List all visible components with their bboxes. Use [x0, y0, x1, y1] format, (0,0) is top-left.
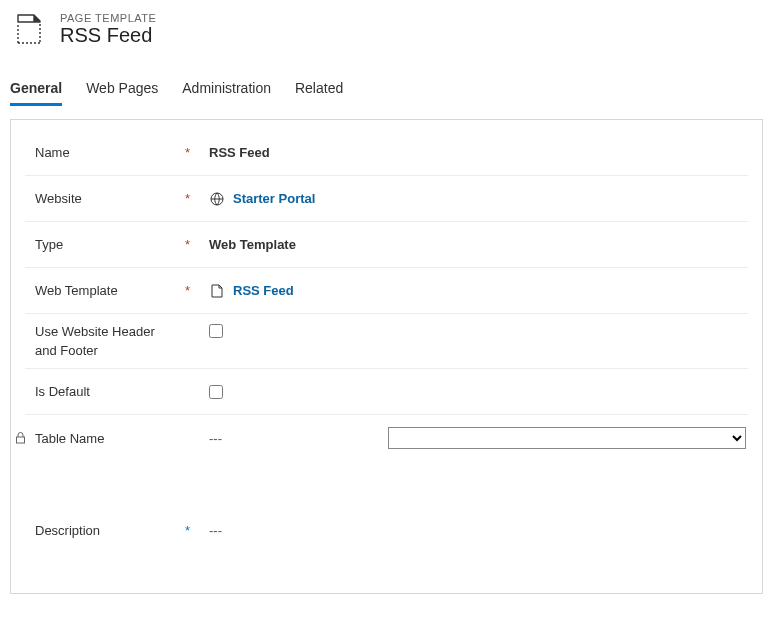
field-use-header-footer: Use Website Header and Footer [25, 314, 748, 369]
page-template-icon [10, 10, 48, 48]
form-panel: Name * RSS Feed Website * Starter Portal… [10, 119, 763, 594]
field-web-template: Web Template * RSS Feed [25, 268, 748, 314]
use-header-footer-checkbox[interactable] [209, 324, 223, 338]
required-indicator: * [185, 237, 209, 252]
name-label: Name [35, 145, 70, 160]
record-header: PAGE TEMPLATE RSS Feed [10, 10, 763, 48]
tab-web-pages[interactable]: Web Pages [86, 76, 158, 104]
svg-rect-4 [17, 437, 25, 443]
required-indicator: * [185, 145, 209, 160]
field-name: Name * RSS Feed [25, 130, 748, 176]
type-value[interactable]: Web Template [209, 237, 296, 252]
field-is-default: Is Default [25, 369, 748, 415]
globe-icon [209, 191, 225, 207]
required-indicator: * [185, 191, 209, 206]
table-name-value: --- [209, 431, 222, 446]
field-type: Type * Web Template [25, 222, 748, 268]
tab-administration[interactable]: Administration [182, 76, 271, 104]
document-icon [209, 283, 225, 299]
required-indicator: * [185, 283, 209, 298]
recommended-indicator: * [185, 523, 209, 538]
lock-icon [15, 432, 29, 444]
website-lookup-value[interactable]: Starter Portal [233, 191, 315, 206]
table-name-select[interactable] [388, 427, 746, 449]
is-default-checkbox[interactable] [209, 385, 223, 399]
field-website: Website * Starter Portal [25, 176, 748, 222]
use-header-footer-label-line1: Use Website Header [35, 324, 155, 339]
website-label: Website [35, 191, 82, 206]
web-template-lookup-value[interactable]: RSS Feed [233, 283, 294, 298]
field-description: Description * --- [25, 507, 748, 553]
entity-type-label: PAGE TEMPLATE [60, 12, 156, 24]
spacer [25, 461, 748, 507]
web-template-label: Web Template [35, 283, 118, 298]
description-label: Description [35, 523, 100, 538]
field-table-name: Table Name --- [25, 415, 748, 461]
is-default-label: Is Default [35, 384, 90, 399]
use-header-footer-label-line2: and Footer [35, 343, 98, 358]
name-value[interactable]: RSS Feed [209, 145, 270, 160]
table-name-label: Table Name [35, 431, 104, 446]
tab-related[interactable]: Related [295, 76, 343, 104]
description-value[interactable]: --- [209, 523, 222, 538]
tab-general[interactable]: General [10, 76, 62, 104]
type-label: Type [35, 237, 63, 252]
record-title: RSS Feed [60, 24, 156, 47]
form-tabs: General Web Pages Administration Related [10, 76, 763, 105]
